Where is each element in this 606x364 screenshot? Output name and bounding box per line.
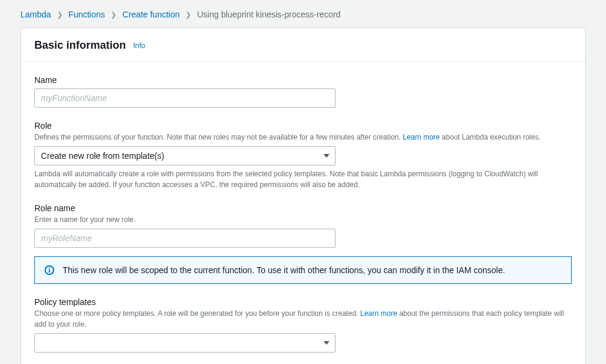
policy-templates-learn-more-link[interactable]: Learn more bbox=[360, 309, 397, 318]
breadcrumb: Lambda ❯ Functions ❯ Create function ❯ U… bbox=[20, 10, 586, 19]
name-label: Name bbox=[34, 75, 572, 85]
breadcrumb-link-lambda[interactable]: Lambda bbox=[20, 10, 51, 19]
name-field-group: Name bbox=[34, 75, 572, 108]
info-link[interactable]: Info bbox=[133, 42, 145, 50]
role-scope-alert: This new role will be scoped to the curr… bbox=[34, 256, 572, 284]
role-learn-more-link[interactable]: Learn more bbox=[403, 133, 440, 141]
policy-templates-field-group: Policy templates Choose one or more poli… bbox=[34, 297, 572, 353]
role-scope-alert-text: This new role will be scoped to the curr… bbox=[63, 265, 505, 275]
role-name-input[interactable] bbox=[34, 229, 336, 248]
policy-templates-label: Policy templates bbox=[34, 297, 572, 307]
chevron-right-icon: ❯ bbox=[186, 11, 191, 19]
policy-templates-hint: Choose one or more policy templates. A r… bbox=[34, 308, 572, 330]
role-hint-text-2: about Lambda execution roles. bbox=[440, 133, 540, 141]
svg-rect-2 bbox=[49, 270, 50, 273]
panel-header: Basic information Info bbox=[21, 28, 585, 62]
role-help-below: Lambda will automatically create a role … bbox=[34, 168, 572, 190]
policy-templates-select[interactable] bbox=[34, 333, 336, 353]
policy-templates-hint-text-1: Choose one or more policy templates. A r… bbox=[34, 309, 360, 318]
breadcrumb-link-create-function[interactable]: Create function bbox=[122, 10, 180, 19]
role-label: Role bbox=[34, 121, 572, 131]
role-hint-text-1: Defines the permissions of your function… bbox=[34, 133, 403, 141]
basic-information-panel: Basic information Info Name Role Defines… bbox=[20, 28, 586, 364]
info-icon bbox=[45, 265, 54, 275]
breadcrumb-current: Using blueprint kinesis-process-record bbox=[197, 10, 340, 19]
role-select-value: Create new role from template(s) bbox=[34, 146, 336, 165]
role-select[interactable]: Create new role from template(s) bbox=[34, 146, 336, 165]
role-hint: Defines the permissions of your function… bbox=[34, 132, 572, 143]
panel-body: Name Role Defines the permissions of you… bbox=[21, 62, 585, 364]
role-name-label: Role name bbox=[34, 203, 572, 213]
role-name-hint: Enter a name for your new role. bbox=[34, 214, 572, 225]
panel-title: Basic information bbox=[34, 39, 126, 52]
role-name-field-group: Role name Enter a name for your new role… bbox=[34, 203, 572, 248]
svg-point-1 bbox=[49, 267, 50, 268]
policy-templates-select-value bbox=[34, 333, 336, 353]
name-input[interactable] bbox=[34, 88, 336, 108]
breadcrumb-link-functions[interactable]: Functions bbox=[69, 10, 105, 19]
role-field-group: Role Defines the permissions of your fun… bbox=[34, 121, 572, 190]
chevron-right-icon: ❯ bbox=[57, 11, 63, 19]
chevron-right-icon: ❯ bbox=[111, 11, 116, 19]
